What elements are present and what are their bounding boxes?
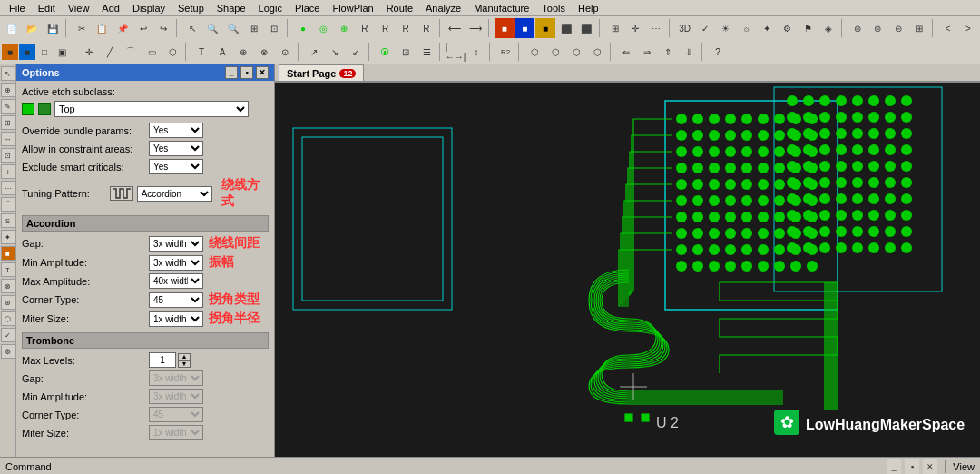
side-icon-15[interactable]: ⊛ [1,295,15,310]
layer-select[interactable]: Top [54,101,249,117]
tb-layer3[interactable]: ■ [535,18,555,38]
tb-layers[interactable]: ■ [495,18,514,38]
tb-new[interactable]: 📄 [2,18,22,38]
side-icon-2[interactable]: ⊕ [1,83,15,97]
tb-misc1[interactable]: ☀ [716,18,736,38]
tb2-3[interactable]: □ [36,44,53,60]
side-icon-3[interactable]: ✎ [1,99,15,114]
status-minimize-btn[interactable]: _ [887,459,901,474]
menu-setup[interactable]: Setup [172,0,210,15]
tb2-question[interactable]: ? [708,42,728,62]
menu-file[interactable]: File [4,0,31,15]
tb-save[interactable]: 💾 [43,18,63,38]
tb2-7[interactable]: ⊕ [233,42,253,62]
allow-select[interactable]: Yes No [149,141,203,156]
tb-circle3[interactable]: ⊕ [334,18,354,38]
min-amp-select[interactable]: 3x width [149,255,203,271]
tb-arr2[interactable]: ⟶ [466,18,485,38]
menu-manufacture[interactable]: Manufacture [468,0,534,15]
status-float-btn[interactable]: ▪ [905,459,919,474]
menu-help[interactable]: Help [573,0,604,15]
tb-fwd[interactable]: < [937,18,957,38]
tb-circle2[interactable]: ◎ [314,18,334,38]
tb-misc3[interactable]: ✦ [757,18,777,38]
tb-zoom-in[interactable]: 🔍 [203,18,223,38]
tb-circle[interactable]: ● [293,18,313,38]
menu-analyze[interactable]: Analyze [420,0,466,15]
tb2-arr4[interactable]: ⇓ [679,42,699,62]
menu-route[interactable]: Route [381,0,418,15]
tb2-12[interactable]: ☰ [416,42,436,62]
tb-snap[interactable]: ✛ [626,18,646,38]
tb2-rect[interactable]: ▭ [142,42,162,62]
tb-zoom-fit[interactable]: ⊞ [244,18,264,38]
tb-misc8[interactable]: ⊜ [868,18,888,38]
menu-place[interactable]: Place [289,0,326,15]
tb-misc6[interactable]: ◈ [818,18,838,38]
tb2-dim1[interactable]: |←→| [446,42,466,62]
tb-r3[interactable]: R [396,18,416,38]
spin-up[interactable]: ▲ [178,353,191,360]
menu-display[interactable]: Display [127,0,171,15]
tb-cut[interactable]: ✂ [72,18,92,38]
side-icon-11[interactable]: ✦ [1,230,15,244]
side-icon-12[interactable]: ■ [1,246,15,261]
tb-3d[interactable]: 3D [675,18,695,38]
tb2-10[interactable]: ⦿ [375,42,395,62]
miter-size-select[interactable]: 1x width [149,311,203,327]
tb-misc7[interactable]: ⊛ [848,18,867,38]
side-icon-6[interactable]: ⊡ [1,148,15,163]
tb-layer2[interactable]: ■ [515,18,535,38]
tb2-8[interactable]: ⊗ [254,42,274,62]
panel-close[interactable]: ✕ [256,66,269,79]
trom-corner-select[interactable]: 45 [149,407,203,422]
tb2-5[interactable]: T [191,42,211,62]
tb2-hex1[interactable]: ⬡ [524,42,544,62]
tb2-route2[interactable]: ↘ [325,42,345,62]
tb-redo[interactable]: ↪ [153,18,173,38]
tb2-1[interactable]: ■ [2,44,18,60]
menu-flowplan[interactable]: FlowPlan [327,0,378,15]
tb2-hex3[interactable]: ⬡ [566,42,586,62]
tb2-hex2[interactable]: ⬡ [545,42,565,62]
tb-zoom-box[interactable]: ⊡ [265,18,285,38]
tb-r2[interactable]: R [376,18,396,38]
tb2-poly[interactable]: ⬡ [162,42,182,62]
menu-tools[interactable]: Tools [536,0,571,15]
canvas-area[interactable]: U 2 ✿ LowHuangMakerSpace [275,83,980,457]
tb-layer4[interactable]: ⬛ [556,18,576,38]
exclude-select[interactable]: Yes No [149,159,203,174]
menu-add[interactable]: Add [96,0,125,15]
max-amp-select[interactable]: 40x width [149,273,203,289]
tb-drc[interactable]: ✓ [696,18,716,38]
spin-down[interactable]: ▼ [178,360,191,368]
corner-type-select[interactable]: 45 90 Curved [149,292,203,308]
tb-r4[interactable]: R [416,18,436,38]
max-levels-input[interactable] [149,352,176,368]
tb2-route3[interactable]: ↙ [346,42,366,62]
tb-zoom-out[interactable]: 🔍 [223,18,243,38]
tb-select[interactable]: ↖ [182,18,202,38]
tb2-dim2[interactable]: ↕ [466,42,486,62]
side-icon-16[interactable]: ⬡ [1,311,15,326]
menu-view[interactable]: View [63,0,95,15]
trom-gap-select[interactable]: 3x width [149,370,203,386]
tb2-2[interactable]: ■ [19,44,35,60]
tb-misc2[interactable]: ☼ [737,18,757,38]
tb2-route1[interactable]: ↗ [304,42,324,62]
tb2-arc[interactable]: ⌒ [121,42,141,62]
tb-misc5[interactable]: ⚑ [799,18,818,38]
side-icon-7[interactable]: ↕ [1,164,15,179]
override-select[interactable]: Yes No [149,123,203,138]
side-icon-17[interactable]: ✓ [1,328,15,342]
tb-paste[interactable]: 📌 [113,18,132,38]
tb2-cursor[interactable]: ✛ [79,42,99,62]
menu-logic[interactable]: Logic [253,0,288,15]
tb-layer5[interactable]: ⬛ [576,18,596,38]
tb2-hex4[interactable]: ⬡ [587,42,607,62]
side-icon-13[interactable]: T [1,262,15,277]
tb-arr1[interactable]: ⟵ [446,18,466,38]
tb-open[interactable]: 📂 [23,18,43,38]
side-icon-4[interactable]: ⊞ [1,115,15,130]
side-icon-8[interactable]: ⋯ [1,181,15,195]
